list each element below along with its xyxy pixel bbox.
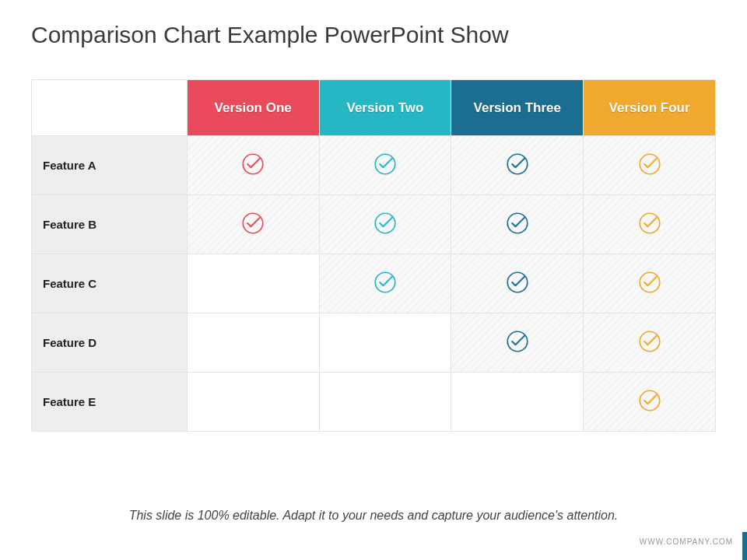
table-row: Feature B (32, 195, 716, 254)
feature-label: Feature D (32, 313, 188, 373)
slide-title: Comparison Chart Example PowerPoint Show (31, 22, 716, 48)
cell (584, 313, 716, 373)
header-version-1: Version One (187, 80, 319, 136)
svg-point-0 (243, 154, 263, 174)
table-row: Feature E (32, 373, 716, 432)
feature-label: Feature C (32, 254, 188, 313)
table-header-row: Version One Version Two Version Three Ve… (32, 80, 716, 136)
svg-point-13 (640, 390, 660, 411)
check-icon (240, 151, 266, 177)
table-body: Feature AFeature BFeature CFeature DFeat… (32, 136, 716, 432)
cell (319, 313, 451, 373)
cell (187, 254, 319, 313)
svg-point-9 (507, 272, 528, 292)
cell (319, 254, 451, 313)
cell (584, 195, 716, 254)
check-icon (504, 210, 531, 236)
feature-label: Feature A (32, 136, 188, 195)
svg-point-10 (640, 272, 660, 292)
check-icon (240, 210, 266, 236)
svg-point-12 (640, 331, 660, 352)
feature-label: Feature E (32, 373, 188, 432)
cell (187, 373, 319, 432)
table-row: Feature D (32, 313, 716, 373)
cell (319, 136, 451, 195)
svg-point-3 (640, 154, 660, 174)
svg-point-1 (375, 154, 395, 174)
feature-label: Feature B (32, 195, 188, 254)
check-icon (372, 151, 398, 177)
cell (584, 254, 716, 313)
svg-point-7 (640, 213, 660, 233)
comparison-table: Version One Version Two Version Three Ve… (31, 79, 716, 432)
cell (451, 195, 584, 254)
cell (187, 313, 319, 373)
check-icon (372, 269, 398, 296)
header-version-2: Version Two (319, 80, 451, 136)
check-icon (637, 328, 663, 355)
accent-bar (742, 532, 747, 560)
cell (584, 373, 716, 432)
table-row: Feature C (32, 254, 716, 313)
header-version-4: Version Four (584, 80, 716, 136)
header-blank (32, 80, 188, 136)
check-icon (637, 210, 663, 236)
cell (187, 136, 319, 195)
cell (584, 136, 716, 195)
svg-point-11 (507, 331, 528, 352)
svg-point-4 (243, 213, 263, 233)
cell (451, 313, 584, 373)
cell (187, 195, 319, 254)
svg-point-5 (375, 213, 395, 233)
table-row: Feature A (32, 136, 716, 195)
footnote-text: This slide is 100% editable. Adapt it to… (0, 509, 747, 523)
cell (451, 373, 584, 432)
company-url: WWW.COMPANY.COM (640, 537, 733, 546)
check-icon (637, 151, 663, 177)
check-icon (504, 151, 531, 177)
cell (319, 373, 451, 432)
svg-point-8 (375, 272, 395, 292)
svg-point-6 (507, 213, 528, 233)
header-version-3: Version Three (451, 80, 584, 136)
check-icon (637, 269, 663, 296)
cell (451, 254, 584, 313)
check-icon (504, 269, 531, 296)
svg-point-2 (507, 154, 528, 174)
check-icon (637, 387, 663, 414)
check-icon (504, 328, 531, 355)
cell (319, 195, 451, 254)
slide: Comparison Chart Example PowerPoint Show… (0, 0, 747, 560)
check-icon (372, 210, 398, 236)
cell (451, 136, 584, 195)
